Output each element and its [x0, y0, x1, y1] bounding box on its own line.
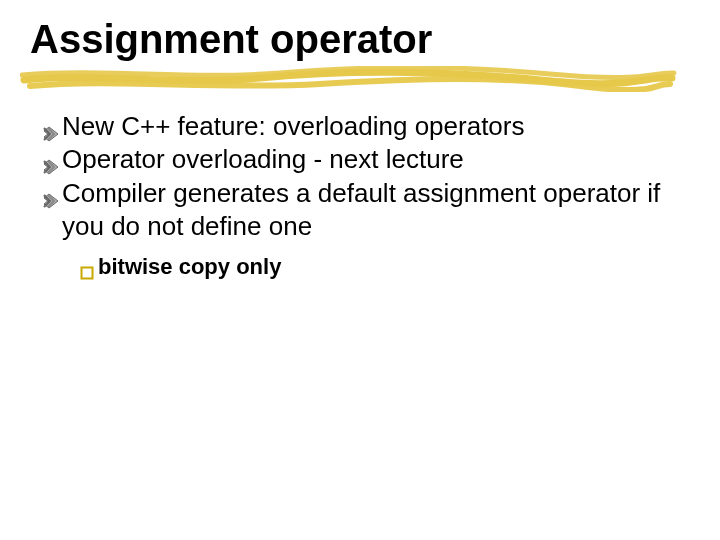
list-item-text: bitwise copy only [98, 253, 281, 281]
zigzag-bullet-icon [42, 151, 60, 169]
list-item: Compiler generates a default assignment … [42, 177, 680, 244]
list-item: New C++ feature: overloading operators [42, 110, 680, 143]
list-item-text: Operator overloading - next lecture [62, 143, 680, 176]
square-bullet-icon [80, 259, 94, 273]
body: New C++ feature: overloading operators O… [40, 110, 680, 281]
list-item: bitwise copy only [80, 253, 680, 281]
svg-rect-3 [82, 268, 93, 279]
list-item-text: Compiler generates a default assignment … [62, 177, 680, 244]
page-title: Assignment operator [30, 18, 680, 60]
zigzag-bullet-icon [42, 185, 60, 203]
slide: Assignment operator New C++ feature: ove… [0, 0, 720, 540]
list-item: Operator overloading - next lecture [42, 143, 680, 176]
title-underline [20, 66, 680, 92]
sublist: bitwise copy only [42, 253, 680, 281]
list-item-text: New C++ feature: overloading operators [62, 110, 680, 143]
zigzag-bullet-icon [42, 118, 60, 136]
scribble-icon [20, 66, 680, 92]
